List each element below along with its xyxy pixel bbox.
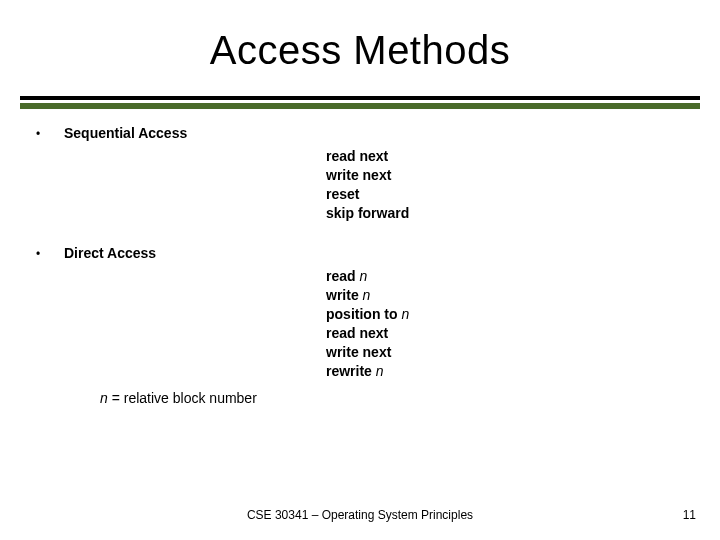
bullet-item: • Sequential Access read next write next… <box>36 124 684 222</box>
op-line: read n <box>326 267 684 286</box>
operations-list: read next write next reset skip forward <box>326 147 684 223</box>
footer-page-number: 11 <box>683 508 696 522</box>
op-line: write next <box>326 166 684 185</box>
op-line: write next <box>326 343 684 362</box>
bullet-icon: • <box>36 246 64 262</box>
bullet-icon: • <box>36 126 64 142</box>
footer-course: CSE 30341 – Operating System Principles <box>0 508 720 522</box>
item-label: Direct Access <box>64 244 156 263</box>
item-label: Sequential Access <box>64 124 187 143</box>
op-line: read next <box>326 147 684 166</box>
op-line: write n <box>326 286 684 305</box>
op-line: read next <box>326 324 684 343</box>
content-area: • Sequential Access read next write next… <box>36 124 684 416</box>
divider-thin <box>20 96 700 100</box>
op-line: position to n <box>326 305 684 324</box>
op-line: skip forward <box>326 204 684 223</box>
divider-thick <box>20 103 700 109</box>
slide: Access Methods • Sequential Access read … <box>0 0 720 540</box>
slide-title: Access Methods <box>0 28 720 73</box>
note-line: n = relative block number <box>100 389 684 408</box>
operations-list: read n write n position to n read next w… <box>326 267 684 380</box>
op-line: rewrite n <box>326 362 684 381</box>
bullet-item: • Direct Access read n write n position … <box>36 244 684 407</box>
op-line: reset <box>326 185 684 204</box>
